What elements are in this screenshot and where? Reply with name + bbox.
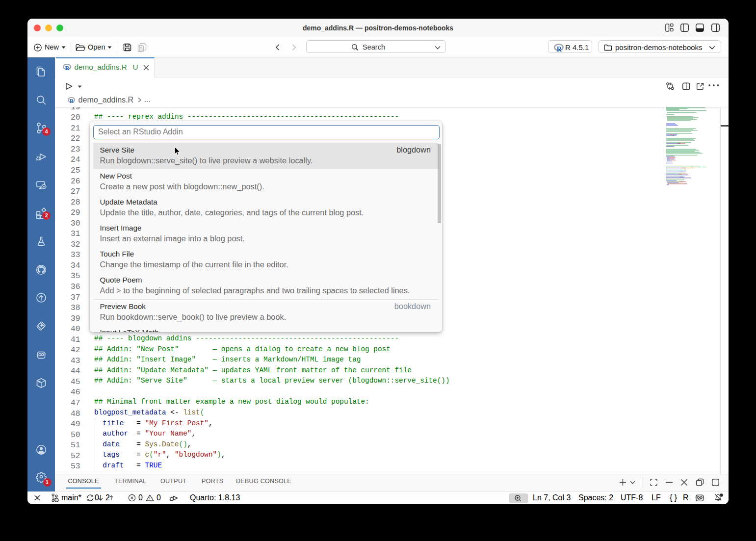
svg-text:R: R xyxy=(65,65,70,71)
svg-text:R: R xyxy=(70,98,74,103)
svg-text:R: R xyxy=(557,45,562,52)
